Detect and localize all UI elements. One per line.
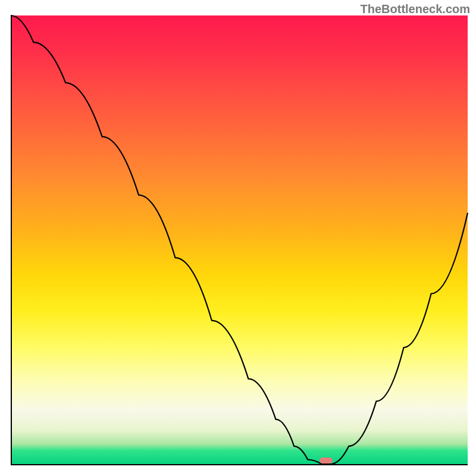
bottleneck-chart: TheBottleneck.com [0, 0, 476, 476]
bottleneck-curve [11, 15, 468, 464]
curve-layer [11, 15, 468, 464]
x-axis [11, 464, 468, 465]
watermark-text: TheBottleneck.com [361, 2, 470, 16]
plot-area [11, 15, 468, 464]
y-axis [11, 15, 12, 465]
optimal-marker [320, 458, 333, 464]
